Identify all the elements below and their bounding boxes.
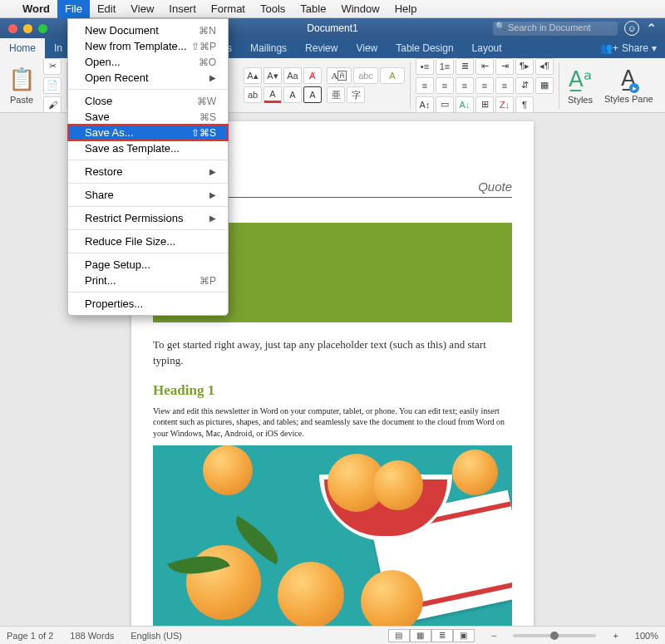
cut-icon[interactable]: ✂	[43, 58, 62, 75]
zoom-in-icon[interactable]: +	[613, 631, 618, 641]
menu-item-save[interactable]: Save⌘S	[68, 109, 228, 125]
borders-icon[interactable]: ⊞	[475, 96, 494, 113]
rtl-icon[interactable]: ◂¶	[535, 58, 554, 75]
outline-view-icon[interactable]: ≣	[431, 629, 453, 642]
bullets-icon[interactable]: •≡	[416, 58, 434, 75]
status-words[interactable]: 188 Words	[70, 631, 114, 641]
styles-pane-icon: A̲▸	[621, 66, 636, 91]
menubar-window[interactable]: Window	[333, 0, 387, 18]
font-color-icon[interactable]: A	[264, 86, 282, 103]
maximize-window-icon[interactable]	[38, 24, 47, 33]
menu-item-new-from-template[interactable]: New from Template...⇧⌘P	[68, 38, 228, 54]
distributed-icon[interactable]: ≡	[495, 77, 514, 94]
ltr-icon[interactable]: ¶▸	[515, 58, 534, 75]
font-size-down-icon[interactable]: A▾	[264, 67, 282, 84]
menu-item-restore[interactable]: Restore▶	[68, 164, 228, 179]
status-language[interactable]: English (US)	[131, 631, 182, 641]
copy-icon[interactable]: 📄	[43, 77, 62, 94]
menu-item-page-setup[interactable]: Page Setup...	[68, 257, 228, 273]
search-input[interactable]: Search in Document	[493, 22, 618, 36]
focus-view-icon[interactable]: ▣	[453, 629, 475, 642]
menubar-edit[interactable]: Edit	[90, 0, 123, 18]
paste-icon: 📋	[8, 66, 35, 92]
styles-group[interactable]: A̲ᵃ Styles	[564, 66, 596, 105]
sort-icon[interactable]: A↓	[456, 96, 474, 113]
font-size-up-icon[interactable]: A▴	[244, 67, 262, 84]
menu-item-save-as[interactable]: Save As...⇧⌘S	[68, 125, 228, 140]
show-marks-icon[interactable]: ¶	[515, 96, 534, 113]
align-left-icon[interactable]: ≡	[416, 77, 434, 94]
share-button[interactable]: 👥+Share ▾	[591, 38, 665, 58]
menu-item-share[interactable]: Share▶	[68, 187, 228, 203]
menu-item-open-recent[interactable]: Open Recent▶	[68, 70, 228, 86]
inline-image[interactable]	[153, 445, 512, 626]
tab-review[interactable]: Review	[296, 38, 347, 58]
minimize-window-icon[interactable]	[23, 24, 32, 33]
sort-za-icon[interactable]: Z↓	[495, 96, 514, 113]
tab-table-design[interactable]: Table Design	[387, 38, 462, 58]
heading-1[interactable]: Heading 1	[153, 382, 512, 399]
text-direction-icon[interactable]: A↕	[416, 96, 434, 113]
menu-item-open[interactable]: Open...⌘O	[68, 54, 228, 70]
multilevel-list-icon[interactable]: ≣	[456, 58, 474, 75]
cell-margins-icon[interactable]: ▭	[436, 96, 454, 113]
tab-mailings[interactable]: Mailings	[241, 38, 296, 58]
char-border-icon[interactable]: A	[303, 86, 322, 103]
style-gallery-3[interactable]: A	[380, 67, 405, 84]
view-mode-buttons: ▤ ▦ ≣ ▣	[388, 629, 475, 642]
justify-icon[interactable]: ≡	[475, 77, 494, 94]
zoom-slider[interactable]	[513, 634, 596, 637]
menu-item-print[interactable]: Print...⌘P	[68, 273, 228, 288]
menubar-file[interactable]: File	[57, 0, 90, 18]
numbering-icon[interactable]: 1≡	[436, 58, 454, 75]
menu-item-save-as-template[interactable]: Save as Template...	[68, 140, 228, 156]
close-window-icon[interactable]	[8, 24, 17, 33]
clear-format-icon[interactable]: A̸	[303, 67, 322, 84]
menubar-format[interactable]: Format	[204, 0, 253, 18]
change-case-icon[interactable]: Aa	[283, 67, 302, 84]
menubar-view[interactable]: View	[123, 0, 161, 18]
menu-item-reduce-file-size[interactable]: Reduce File Size...	[68, 234, 228, 249]
align-right-icon[interactable]: ≡	[456, 77, 474, 94]
style-gallery-2[interactable]: abc	[353, 67, 378, 84]
menubar-help[interactable]: Help	[387, 0, 425, 18]
align-center-icon[interactable]: ≡	[436, 77, 454, 94]
menubar-app[interactable]: Word	[15, 0, 57, 18]
web-layout-view-icon[interactable]: ▦	[410, 629, 431, 642]
titlebar-caret-icon[interactable]: ⌃	[646, 21, 657, 37]
styles-pane-group[interactable]: A̲▸ Styles Pane	[601, 66, 657, 104]
tab-insert[interactable]: In	[45, 38, 63, 58]
decrease-indent-icon[interactable]: ⇤	[475, 58, 494, 75]
tab-view[interactable]: View	[347, 38, 387, 58]
styles-pane-label: Styles Pane	[604, 94, 653, 104]
enclose-char-icon[interactable]: 字	[347, 86, 365, 103]
menu-item-restrict-permissions[interactable]: Restrict Permissions▶	[68, 210, 228, 226]
status-bar: Page 1 of 2 188 Words English (US) ▤ ▦ ≣…	[0, 626, 665, 644]
highlight-icon[interactable]: ab	[244, 86, 262, 103]
menubar-insert[interactable]: Insert	[161, 0, 204, 18]
style-gallery-1[interactable]: A🄰	[327, 67, 352, 84]
file-menu: New Document⌘NNew from Template...⇧⌘POpe…	[67, 18, 229, 316]
format-painter-icon[interactable]: 🖌	[43, 96, 62, 113]
phonetic-guide-icon[interactable]: 亜	[327, 86, 345, 103]
tab-layout[interactable]: Layout	[463, 38, 511, 58]
shading-icon[interactable]: ▦	[535, 77, 554, 94]
print-layout-view-icon[interactable]: ▤	[388, 629, 410, 642]
tab-home[interactable]: Home	[0, 38, 45, 58]
intro-text[interactable]: To get started right away, just tap any …	[153, 337, 512, 369]
zoom-out-icon[interactable]: −	[491, 631, 496, 641]
line-spacing-icon[interactable]: ⇵	[515, 77, 534, 94]
menubar-table[interactable]: Table	[293, 0, 333, 18]
account-icon[interactable]: ☺	[624, 21, 639, 36]
menu-item-new-document[interactable]: New Document⌘N	[68, 22, 228, 38]
zoom-level[interactable]: 100%	[635, 631, 658, 641]
menu-item-close[interactable]: Close⌘W	[68, 93, 228, 109]
increase-indent-icon[interactable]: ⇥	[495, 58, 514, 75]
status-page[interactable]: Page 1 of 2	[7, 631, 53, 641]
menubar-tools[interactable]: Tools	[253, 0, 293, 18]
paste-group[interactable]: 📋 Paste	[5, 66, 38, 105]
paste-label: Paste	[10, 95, 33, 105]
body-paragraph-1[interactable]: View and edit this newsletter in Word on…	[153, 406, 512, 440]
menu-item-properties[interactable]: Properties...	[68, 296, 228, 312]
char-shading-icon[interactable]: A	[283, 86, 302, 103]
